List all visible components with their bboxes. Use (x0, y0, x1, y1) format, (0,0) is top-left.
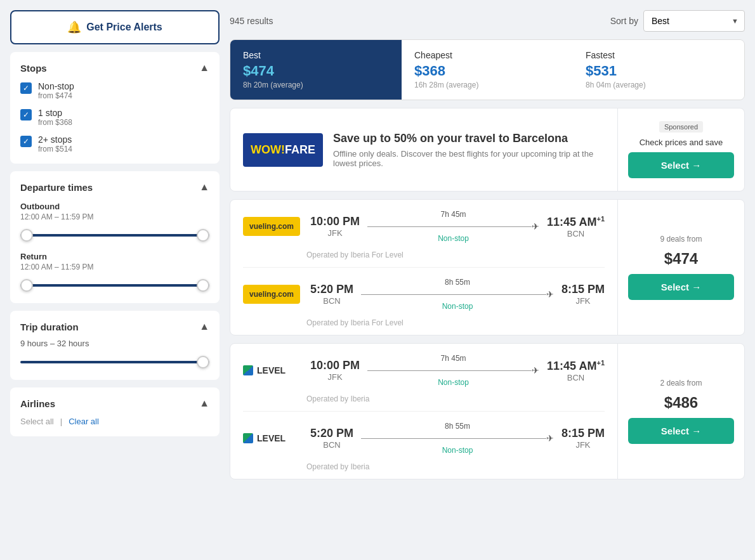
stops-section: Stops ▲ ✓ Non-stop from $474 ✓ 1 stop fr… (10, 52, 220, 164)
level-outbound-segment: LEVEL 10:00 PM JFK 7h 45m ✈ (230, 344, 617, 392)
return-slider[interactable] (20, 278, 209, 293)
stop-nonstop: ✓ Non-stop from $474 (20, 81, 209, 100)
level-card-main: LEVEL 10:00 PM JFK 7h 45m ✈ (230, 344, 617, 479)
vueling-return-operated: Operated by Iberia For Level (230, 316, 617, 335)
outbound-slider[interactable] (20, 228, 209, 243)
trip-duration-header[interactable]: Trip duration ▲ (20, 321, 209, 332)
vueling-card-main: vueling.com 10:00 PM JFK 7h 45m ✈ (230, 200, 617, 335)
tab-cheapest-price: $368 (414, 63, 560, 79)
2plus-checkbox[interactable]: ✓ (20, 136, 32, 147)
return-slider-right[interactable] (197, 279, 209, 292)
sort-select[interactable]: Best Cheapest Fastest Shortest (643, 10, 745, 32)
trip-duration-range: 9 hours – 32 hours (20, 339, 209, 348)
airlines-section: Airlines ▲ Select all | Clear all (10, 387, 220, 436)
tab-best[interactable]: Best $474 8h 20m (average) (230, 40, 402, 100)
vueling-select-button[interactable]: Select → (628, 274, 734, 300)
tab-best-price: $474 (243, 63, 389, 79)
2plus-price: from $514 (38, 145, 72, 153)
stop-2plus: ✓ 2+ stops from $514 (20, 134, 209, 153)
trip-duration-slider-thumb[interactable] (197, 356, 209, 368)
vueling-return-nonstop: Non-stop (442, 302, 473, 311)
vueling-return-dep: 5:20 PM BCN (310, 283, 353, 306)
wow-text: WOW! (251, 143, 285, 156)
sort-label: Sort by (610, 16, 638, 26)
vueling-outbound-line: ✈ (367, 221, 539, 231)
vueling-return-info: 5:20 PM BCN 8h 55m ✈ Non-stop (310, 278, 605, 311)
airlines-actions: Select all | Clear all (20, 417, 209, 426)
level-return-duration: 8h 55m ✈ Non-stop (361, 422, 554, 455)
1stop-checkbox[interactable]: ✓ (20, 109, 32, 120)
day-offset-2: +1 (596, 359, 605, 367)
outbound-label: Outbound (20, 202, 209, 211)
outbound-slider-left[interactable] (20, 229, 33, 242)
stops-title: Stops (20, 63, 47, 74)
level-logo: LEVEL (243, 365, 300, 375)
vueling-outbound-arr-airport: BCN (547, 229, 605, 238)
vueling-return-arr-airport: JFK (561, 296, 605, 306)
price-alert-button[interactable]: 🔔 Get Price Alerts (10, 10, 220, 44)
stops-header[interactable]: Stops ▲ (20, 62, 209, 74)
vueling-outbound-dep-time: 10:00 PM (310, 215, 360, 228)
bell-icon: 🔔 (67, 20, 81, 34)
results-count: 945 results (230, 16, 273, 26)
nonstop-price: from $474 (38, 91, 74, 100)
level-deals-from: 2 deals from (660, 379, 702, 387)
select-all-label[interactable]: Select all (20, 417, 54, 426)
plane-icon-2: ✈ (546, 289, 554, 299)
vueling-return-logo: vueling.com (243, 285, 300, 304)
clear-all-link[interactable]: Clear all (69, 417, 99, 426)
vueling-return-arr-time: 8:15 PM (561, 283, 605, 296)
departure-section: Departure times ▲ Outbound 12:00 AM – 11… (10, 171, 220, 303)
sponsored-select-button[interactable]: Select → (628, 152, 734, 178)
level-return-dep-airport: BCN (310, 440, 353, 450)
return-label: Return (20, 252, 209, 261)
day-offset: +1 (596, 215, 605, 223)
tab-best-duration: 8h 20m (average) (243, 81, 389, 89)
level-outbound-operated: Operated by Iberia (230, 392, 617, 411)
vueling-logo: vueling.com (243, 217, 300, 236)
vueling-outbound-segment: vueling.com 10:00 PM JFK 7h 45m ✈ (230, 200, 617, 248)
nonstop-checkbox[interactable]: ✓ (20, 82, 32, 94)
level-outbound-nonstop: Non-stop (438, 378, 469, 387)
departure-chevron-icon: ▲ (199, 181, 209, 193)
sponsored-description: Offline only deals. Discover the best fl… (333, 149, 605, 168)
tab-fastest-duration: 8h 04m (average) (586, 81, 732, 89)
return-slider-left[interactable] (20, 279, 33, 292)
vueling-return-dep-time: 5:20 PM (310, 283, 353, 296)
flight-tabs: Best $474 8h 20m (average) Cheapest $368… (230, 39, 745, 100)
level-return-logo: LEVEL (243, 433, 300, 443)
level-outbound-dep-airport: JFK (310, 372, 360, 382)
sponsored-text: Save up to 50% on your travel to Barcelo… (333, 132, 605, 168)
level-outbound-info: 10:00 PM JFK 7h 45m ✈ Non-stop (310, 354, 605, 387)
tab-fastest[interactable]: Fastest $531 8h 04m (average) (573, 40, 744, 100)
level-return-arr-time: 8:15 PM (561, 427, 605, 440)
vueling-outbound-arr: 11:45 AM+1 BCN (547, 215, 605, 238)
1stop-price: from $368 (38, 118, 72, 127)
sponsored-tagline: Check prices and save (640, 138, 723, 147)
airlines-title: Airlines (20, 398, 55, 409)
sort-wrapper: Best Cheapest Fastest Shortest (643, 10, 745, 32)
departure-title: Departure times (20, 182, 93, 193)
flight-card-vueling: vueling.com 10:00 PM JFK 7h 45m ✈ (230, 199, 745, 335)
sponsored-right: Sponsored Check prices and save Select → (617, 108, 744, 191)
level-return-dep: 5:20 PM BCN (310, 427, 353, 450)
trip-duration-slider[interactable] (20, 355, 209, 370)
vueling-outbound-arr-time: 11:45 AM+1 (547, 215, 605, 229)
departure-header[interactable]: Departure times ▲ (20, 181, 209, 193)
tab-best-label: Best (243, 50, 389, 60)
level-outbound-line: ✈ (367, 365, 539, 375)
level-select-button[interactable]: Select → (628, 418, 734, 444)
trip-duration-section: Trip duration ▲ 9 hours – 32 hours (10, 311, 220, 380)
level-card-side: 2 deals from $486 Select → (617, 344, 744, 479)
outbound-range: 12:00 AM – 11:59 PM (20, 212, 209, 221)
level-price: $486 (664, 394, 698, 412)
level-outbound-dep: 10:00 PM JFK (310, 359, 360, 382)
vueling-card-side: 9 deals from $474 Select → (617, 200, 744, 335)
outbound-slider-right[interactable] (197, 229, 209, 242)
level-outbound-arr-time: 11:45 AM+1 (547, 359, 605, 373)
tab-cheapest[interactable]: Cheapest $368 16h 28m (average) (402, 40, 573, 100)
level-outbound-arr: 11:45 AM+1 BCN (547, 359, 605, 382)
vueling-outbound-info: 10:00 PM JFK 7h 45m ✈ Non-stop (310, 210, 605, 243)
airlines-header[interactable]: Airlines ▲ (20, 398, 209, 409)
sponsored-heading: Save up to 50% on your travel to Barcelo… (333, 132, 605, 145)
